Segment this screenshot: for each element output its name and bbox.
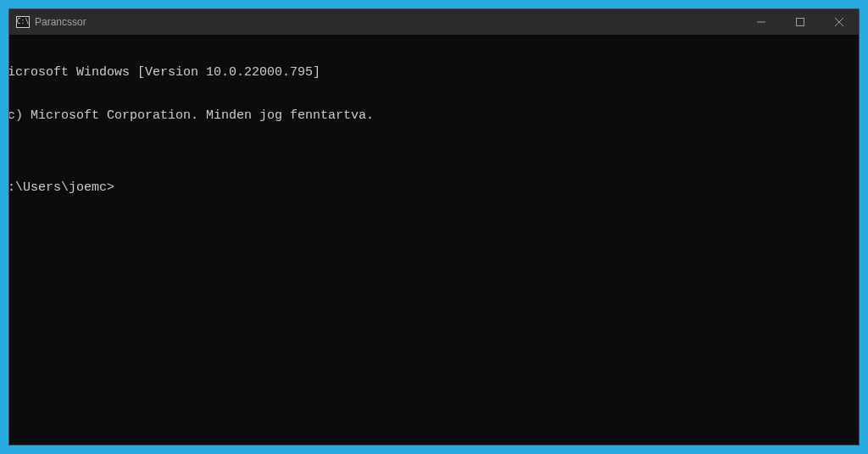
titlebar[interactable]: C:\ Parancssor [9,9,859,35]
terminal-content[interactable]: icrosoft Windows [Version 10.0.22000.795… [9,35,859,445]
window-controls [742,9,859,35]
terminal-prompt: :\Users\joemc> [9,180,114,195]
minimize-button[interactable] [742,9,781,35]
close-button[interactable] [820,9,859,35]
terminal-prompt-line: :\Users\joemc> [9,180,859,195]
terminal-output-line: icrosoft Windows [Version 10.0.22000.795… [9,65,859,80]
maximize-button[interactable] [781,9,820,35]
svg-rect-1 [797,19,804,26]
window-title: Parancssor [35,16,86,28]
command-prompt-window: C:\ Parancssor icrosoft Windows [Version… [8,8,860,446]
titlebar-left: C:\ Parancssor [16,16,86,28]
terminal-output-line: c) Microsoft Corporation. Minden jog fen… [9,108,859,123]
cmd-icon: C:\ [16,16,30,28]
terminal-cursor [114,180,121,194]
